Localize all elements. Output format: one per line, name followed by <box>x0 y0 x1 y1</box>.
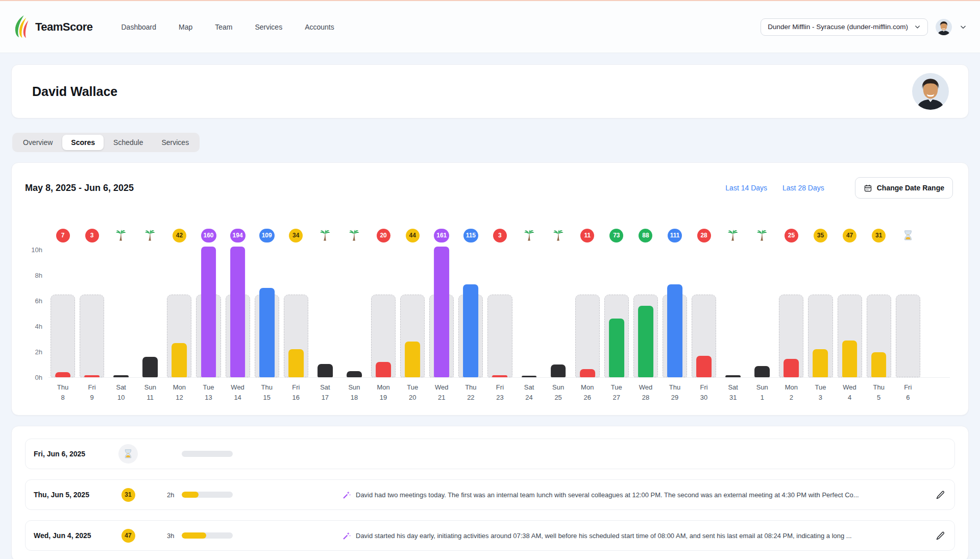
tracked-hours-bar <box>783 359 799 377</box>
x-axis-label: Mon2 <box>785 382 798 403</box>
score-badge-slot: 44 <box>406 228 420 242</box>
edit-summary-button[interactable] <box>935 530 946 542</box>
chart-day-column-sun-25[interactable]: Sun25 <box>546 228 571 403</box>
nav-item-dashboard[interactable]: Dashboard <box>121 23 156 31</box>
x-axis-label: Tue3 <box>815 382 826 403</box>
score-badge: 111 <box>668 229 682 242</box>
chart-day-column-fri-9[interactable]: 3Fri9 <box>80 228 104 403</box>
chart-day-column-wed-21[interactable]: 161Wed21 <box>429 228 454 403</box>
last-28-days-link[interactable]: Last 28 Days <box>782 184 824 192</box>
teamscore-logo-icon <box>13 15 31 39</box>
chart-day-column-thu-29[interactable]: 111Thu29 <box>663 228 687 403</box>
chart-day-column-wed-4[interactable]: 47Wed4 <box>838 228 862 403</box>
x-axis-label: Wed14 <box>231 382 244 403</box>
org-selector[interactable]: Dunder Mifflin - Syracuse (dunder-miffli… <box>761 18 928 36</box>
tracked-hours-bar <box>551 364 566 377</box>
x-axis-label: Sat31 <box>728 382 738 403</box>
tab-overview[interactable]: Overview <box>14 135 61 150</box>
tab-schedule[interactable]: Schedule <box>105 135 152 150</box>
change-date-range-button[interactable]: Change Date Range <box>855 177 953 199</box>
scheduled-hours-bar <box>487 295 512 378</box>
chart-day-column-fri-30[interactable]: 28Fri30 <box>692 228 716 403</box>
chart-day-column-tue-27[interactable]: 73Tue27 <box>604 228 629 403</box>
score-badge-slot: 34 <box>289 228 303 242</box>
bar-area <box>750 250 774 377</box>
x-axis-label: Sat24 <box>524 382 534 403</box>
chart-day-column-sat-10[interactable]: Sat10 <box>109 228 133 403</box>
x-axis-label: Wed28 <box>639 382 653 403</box>
score-badge-slot: 3 <box>85 228 99 242</box>
bar-area <box>371 250 396 377</box>
tab-scores[interactable]: Scores <box>62 135 104 150</box>
score-badge-slot: 115 <box>463 228 478 242</box>
chart-day-column-mon-26[interactable]: 11Mon26 <box>575 228 600 403</box>
scheduled-hours-bar <box>51 295 75 378</box>
chart-day-column-tue-13[interactable]: 160Tue13 <box>196 228 220 403</box>
tracked-hours-bar <box>201 247 216 377</box>
chart-day-column-mon-19[interactable]: 20Mon19 <box>371 228 396 403</box>
chart-day-column-thu-8[interactable]: 7Thu8 <box>51 228 75 403</box>
ai-day-summary-text: David started his day early, initiating … <box>356 532 852 540</box>
chart-day-column-sat-24[interactable]: Sat24 <box>517 228 542 403</box>
day-off-badge-slot <box>553 228 564 242</box>
chart-day-column-sat-17[interactable]: Sat17 <box>313 228 337 403</box>
nav-item-accounts[interactable]: Accounts <box>305 23 334 31</box>
nav-item-team[interactable]: Team <box>215 23 232 31</box>
chart-day-column-thu-15[interactable]: 109Thu15 <box>255 228 279 403</box>
chart-day-column-mon-2[interactable]: 25Mon2 <box>779 228 803 403</box>
palm-tree-icon <box>349 229 360 241</box>
chart-day-column-fri-23[interactable]: 3Fri23 <box>487 228 512 403</box>
chart-day-column-mon-12[interactable]: 42Mon12 <box>167 228 191 403</box>
profile-tabs: OverviewScoresScheduleServices <box>12 133 200 152</box>
chart-day-column-sat-31[interactable]: Sat31 <box>721 228 745 403</box>
nav-item-map[interactable]: Map <box>179 23 192 31</box>
x-axis-label: Fri16 <box>292 382 300 403</box>
tracked-hours-bar <box>172 343 187 378</box>
x-axis-label: Thu8 <box>57 382 68 403</box>
chart-day-column-fri-6[interactable]: Fri6 <box>896 228 920 403</box>
score-badge: 109 <box>259 229 275 242</box>
chart-day-column-wed-28[interactable]: 88Wed28 <box>633 228 658 403</box>
bar-area <box>458 250 483 377</box>
chart-day-column-sun-1[interactable]: Sun1 <box>750 228 774 403</box>
chart-day-column-sun-11[interactable]: Sun11 <box>138 228 162 403</box>
user-menu-chevron-icon[interactable] <box>960 23 967 31</box>
tracked-hours-bar <box>347 371 362 378</box>
profile-header-card: David Wallace <box>11 64 969 118</box>
ai-day-summary: David had two meetings today. The first … <box>342 491 924 499</box>
brand[interactable]: TeamScore <box>13 15 92 39</box>
chart-baseline <box>48 377 950 378</box>
last-14-days-link[interactable]: Last 14 Days <box>725 184 767 192</box>
main-nav: DashboardMapTeamServicesAccounts <box>121 23 334 31</box>
bar-area <box>109 250 133 377</box>
chart-day-column-thu-22[interactable]: 115Thu22 <box>458 228 483 403</box>
score-badge: 194 <box>230 229 246 242</box>
tracked-hours-bar <box>142 357 158 377</box>
chart-day-column-sun-18[interactable]: Sun18 <box>342 228 366 403</box>
hours-progress-bar <box>182 492 233 498</box>
bar-area <box>167 250 191 377</box>
chart-day-column-fri-16[interactable]: 34Fri16 <box>284 228 308 403</box>
x-axis-label: Thu15 <box>261 382 273 403</box>
chart-day-column-wed-14[interactable]: 194Wed14 <box>226 228 250 403</box>
score-badge-slot: 88 <box>639 228 652 242</box>
chart-day-column-tue-20[interactable]: 44Tue20 <box>400 228 425 403</box>
user-avatar[interactable] <box>936 19 952 35</box>
edit-summary-button[interactable] <box>935 489 946 501</box>
palm-tree-icon <box>553 229 564 241</box>
nav-item-services[interactable]: Services <box>255 23 282 31</box>
x-axis-label: Fri9 <box>88 382 96 403</box>
ai-day-summary-text: David had two meetings today. The first … <box>356 491 859 499</box>
day-off-badge-slot <box>144 228 156 242</box>
edit-icon <box>936 490 945 500</box>
date-range-title: May 8, 2025 - Jun 6, 2025 <box>25 183 134 193</box>
tracked-hours-bar <box>871 352 887 377</box>
x-axis-label: Mon12 <box>173 382 186 403</box>
tab-services[interactable]: Services <box>153 135 198 150</box>
score-badge: 160 <box>201 229 216 242</box>
tracked-hours-bar <box>609 319 624 377</box>
bar-area <box>255 250 279 377</box>
x-axis-label: Thu22 <box>465 382 476 403</box>
chart-day-column-tue-3[interactable]: 35Tue3 <box>808 228 832 403</box>
chart-day-column-thu-5[interactable]: 31Thu5 <box>867 228 891 403</box>
